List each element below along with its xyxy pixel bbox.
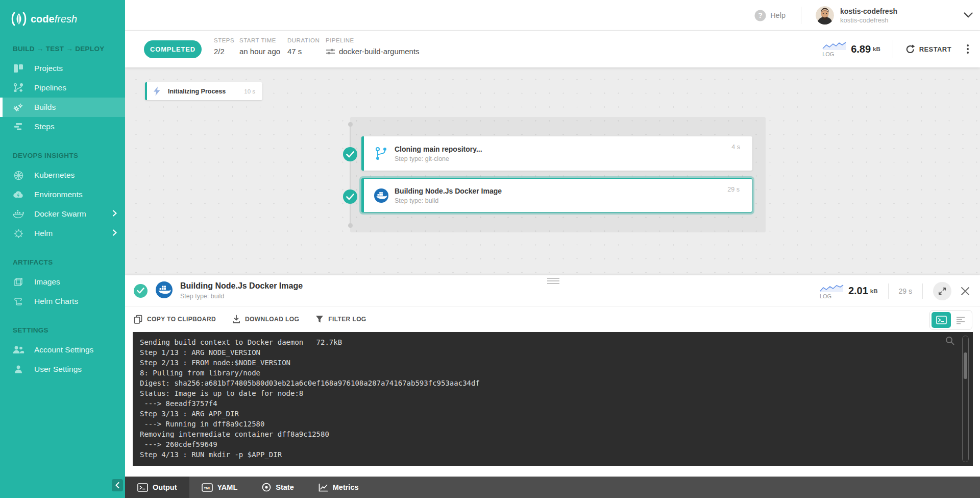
panel-divider — [888, 283, 889, 299]
sidebar-item-docker-swarm[interactable]: Docker Swarm — [0, 204, 125, 224]
sidebar-item-steps[interactable]: Steps — [0, 117, 125, 136]
terminal-line: Sending build context to Docker daemon 7… — [140, 337, 952, 347]
download-log-button[interactable]: DOWNLOAD LOG — [232, 315, 299, 324]
header-divider — [801, 7, 801, 24]
user-menu[interactable]: kostis-codefresh kostis-codefresh — [816, 6, 973, 25]
sidebar-item-environments[interactable]: Environments — [0, 185, 125, 204]
restart-button[interactable]: RESTART — [905, 44, 951, 54]
panel-tabbar: Output YML YAML State Metrics — [125, 477, 980, 498]
field-pipeline: PIPELINE docker-build-arguments — [326, 37, 420, 56]
docker-build-icon — [156, 281, 173, 300]
projects-icon — [12, 62, 24, 75]
chevron-right-icon — [112, 209, 117, 219]
nav-heading-settings: SETTINGS — [0, 326, 125, 334]
svg-text:YML: YML — [204, 486, 211, 490]
more-options-kebab-icon[interactable] — [965, 42, 971, 56]
step-subtitle: Step type: build — [395, 197, 502, 204]
tab-metrics[interactable]: Metrics — [306, 477, 371, 498]
close-panel-button[interactable] — [959, 284, 972, 298]
step-success-check-icon — [343, 189, 357, 204]
nav-heading-artifacts: ARTIFACTS — [0, 258, 125, 266]
step-duration: 4 s — [731, 144, 740, 151]
search-log-icon[interactable] — [945, 336, 954, 347]
pipeline-name[interactable]: docker-build-arguments — [339, 47, 420, 56]
log-toolbar: COPY TO CLIPBOARD DOWNLOAD LOG FILTER LO… — [125, 306, 980, 332]
help-button[interactable]: ? Help — [754, 10, 786, 21]
git-clone-icon — [374, 147, 388, 161]
init-step-title: Initializing Process — [168, 88, 226, 95]
panel-step-duration: 29 s — [899, 287, 912, 295]
sidebar-item-builds[interactable]: Builds — [0, 98, 125, 117]
builds-gears-icon — [12, 101, 24, 113]
step-subtitle: Step type: git-clone — [395, 155, 482, 162]
field-steps: STEPS 2/2 — [214, 37, 234, 56]
tab-output[interactable]: Output — [125, 477, 189, 498]
app: codefresh BUILD → TEST → DEPLOY Projects… — [0, 0, 980, 498]
nav-heading-build-test-deploy: BUILD → TEST → DEPLOY — [0, 45, 125, 53]
user-settings-user-icon — [12, 363, 24, 375]
steps-icon — [12, 121, 24, 133]
scrollbar-thumb[interactable] — [964, 352, 967, 379]
initializing-process-step[interactable]: Initializing Process 10 s — [145, 82, 262, 100]
status-badge: COMPLETED — [144, 40, 202, 58]
tab-yaml[interactable]: YML YAML — [189, 477, 250, 498]
chevron-down-icon[interactable] — [964, 11, 973, 20]
terminal-icon — [936, 316, 947, 324]
step-card-git-clone[interactable]: Cloning main repository... Step type: gi… — [361, 136, 752, 171]
environments-cloud-icon — [12, 188, 24, 201]
stage-region — [350, 117, 766, 232]
svg-text:?: ? — [758, 11, 763, 19]
sidebar-item-helm[interactable]: Helm — [0, 224, 125, 243]
step-card-build[interactable]: Building Node.Js Docker Image Step type:… — [361, 178, 752, 212]
statusbar-divider — [893, 40, 893, 58]
codefresh-logo[interactable]: codefresh — [0, 0, 125, 27]
pipeline-icon — [326, 48, 335, 56]
panel-log-size-widget: LOG 2.01 kB — [820, 283, 878, 299]
user-name: kostis-codefresh — [840, 7, 897, 15]
terminal-line: ---> 260cdef59649 — [140, 439, 952, 449]
sidebar-item-pipelines[interactable]: Pipelines — [0, 78, 125, 98]
pipeline-graph: Initializing Process 10 s Cloning main r… — [125, 67, 980, 275]
tab-state[interactable]: State — [250, 477, 306, 498]
terminal-line: 8: Pulling from library/node — [140, 368, 952, 378]
images-cube-icon — [12, 276, 24, 288]
log-sparkline — [822, 41, 847, 51]
close-icon — [961, 287, 970, 296]
sidebar-item-user-settings[interactable]: User Settings — [0, 360, 125, 379]
terminal-line: Step 4/13 : RUN mkdir -p $APP_DIR — [140, 449, 952, 460]
terminal-line: Step 1/13 : ARG NODE_VERSION — [140, 347, 952, 358]
step-duration: 29 s — [727, 186, 740, 193]
copy-to-clipboard-button[interactable]: COPY TO CLIPBOARD — [134, 315, 216, 324]
filter-log-button[interactable]: FILTER LOG — [315, 315, 366, 323]
field-start-time: START TIME an hour ago — [239, 37, 280, 56]
restart-icon — [905, 44, 915, 54]
terminal-line: Status: Image is up to date for node:8 — [140, 388, 952, 398]
sidebar-item-helm-charts[interactable]: Helm Charts — [0, 292, 125, 311]
sidebar: codefresh BUILD → TEST → DEPLOY Projects… — [0, 0, 125, 498]
nav-heading-devops-insights: DEVOPS INSIGHTS — [0, 152, 125, 159]
avatar — [816, 6, 834, 25]
download-icon — [232, 315, 240, 324]
main-area: ? Help kostis-codefresh kostis-codefresh — [125, 0, 980, 498]
sidebar-item-projects[interactable]: Projects — [0, 59, 125, 78]
log-sparkline — [820, 283, 844, 293]
terminal-output: Sending build context to Docker daemon 7… — [133, 332, 973, 460]
expand-panel-button[interactable] — [933, 282, 951, 300]
helm-icon — [12, 227, 24, 240]
copy-icon — [134, 315, 142, 324]
terminal-line: ---> Running in dff8a9c12580 — [140, 419, 952, 429]
terminal-line: Digest: sha256:a681bf74805b80d03eb21a6c0… — [140, 378, 952, 388]
list-view-button[interactable] — [951, 312, 970, 328]
sidebar-item-account-settings[interactable]: Account Settings — [0, 340, 125, 360]
lightning-icon — [153, 86, 161, 96]
terminal-view-button[interactable] — [932, 312, 951, 328]
sidebar-item-images[interactable]: Images — [0, 272, 125, 292]
panel-divider — [922, 283, 923, 299]
terminal-scrollbar[interactable] — [962, 336, 969, 462]
sidebar-collapse-button[interactable] — [112, 479, 123, 491]
terminal-line: Removing intermediate container dff8a9c1… — [140, 429, 952, 439]
sidebar-item-kubernetes[interactable]: Kubernetes — [0, 165, 125, 185]
pipelines-icon — [12, 82, 24, 94]
docker-build-icon — [374, 188, 388, 203]
codefresh-logo-text: codefresh — [31, 13, 77, 25]
